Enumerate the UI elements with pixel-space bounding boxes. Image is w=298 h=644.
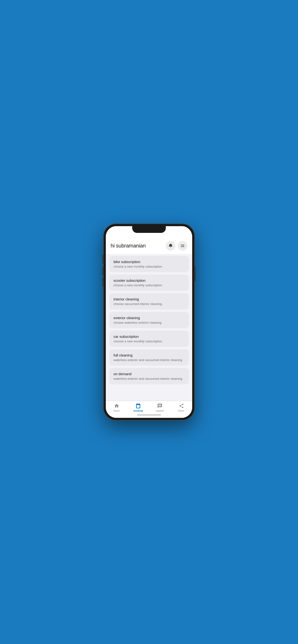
service-title-exterior-cleaning: exterior cleaning xyxy=(113,316,185,320)
phone-screen: hi subramanian xyxy=(106,226,192,418)
services-list[interactable]: bike subscriptionchoose a new monthly su… xyxy=(106,254,192,401)
service-card-exterior-cleaning[interactable]: exterior cleaningchoose waterless exteri… xyxy=(109,312,189,328)
notch xyxy=(132,226,166,233)
service-subtitle-interior-cleaning: choose vacuumed interior cleaning. xyxy=(113,302,185,306)
greeting-text: hi subramanian xyxy=(111,243,146,249)
service-card-interior-cleaning[interactable]: interior cleaningchoose vacuumed interio… xyxy=(109,293,189,310)
hamburger-icon xyxy=(180,244,185,248)
service-title-bike-subscription: bike subscription xyxy=(113,260,185,264)
service-title-interior-cleaning: interior cleaning xyxy=(113,297,185,301)
header: hi subramanian xyxy=(106,237,192,254)
service-title-full-cleaning: full cleaning xyxy=(113,353,185,357)
bottom-nav: home booking sup xyxy=(106,401,192,413)
service-subtitle-scooter-subscription: choose a new monthly subscription xyxy=(113,284,185,287)
service-subtitle-exterior-cleaning: choose waterless exterior cleaning. xyxy=(113,321,185,324)
service-card-scooter-subscription[interactable]: scooter subscriptionchoose a new monthly… xyxy=(109,274,189,291)
nav-booking[interactable]: booking xyxy=(131,403,145,412)
share-nav-label: share` xyxy=(178,410,185,412)
status-bar xyxy=(106,226,192,237)
nav-share[interactable]: share` xyxy=(174,403,189,412)
svg-rect-0 xyxy=(181,244,185,245)
home-bar xyxy=(137,414,161,416)
share-nav-icon xyxy=(179,403,184,409)
service-title-scooter-subscription: scooter subscription xyxy=(113,278,185,282)
service-card-full-cleaning[interactable]: full cleaningwaterless exterior and vacu… xyxy=(109,349,189,366)
booking-nav-icon xyxy=(135,403,141,409)
service-title-car-subscription: car subscription xyxy=(113,334,185,338)
service-title-on-demand: on demand xyxy=(113,372,185,376)
nav-home[interactable]: home xyxy=(109,403,124,412)
home-nav-label: home xyxy=(113,410,119,412)
header-icons xyxy=(166,241,187,250)
support-nav-icon xyxy=(157,403,163,409)
phone-frame: hi subramanian xyxy=(103,224,195,420)
menu-button[interactable] xyxy=(178,241,187,250)
service-card-on-demand[interactable]: on demandwaterless exterior and vacuumed… xyxy=(109,368,189,384)
home-nav-icon xyxy=(114,403,119,409)
bell-icon xyxy=(168,244,173,248)
notification-button[interactable] xyxy=(166,241,175,250)
nav-support[interactable]: support xyxy=(153,403,167,412)
service-subtitle-on-demand: waterless exterior and vacuumed interior… xyxy=(113,377,185,380)
svg-rect-1 xyxy=(181,246,185,246)
support-nav-label: support xyxy=(156,410,164,412)
booking-nav-label: booking xyxy=(134,410,143,412)
svg-rect-2 xyxy=(181,246,185,247)
app-content: hi subramanian xyxy=(106,237,192,418)
service-subtitle-car-subscription: choose a new monthly subscription xyxy=(113,340,185,343)
service-subtitle-bike-subscription: choose a new monthly subscription xyxy=(113,265,185,268)
service-card-bike-subscription[interactable]: bike subscriptionchoose a new monthly su… xyxy=(109,256,189,272)
service-subtitle-full-cleaning: waterless exterior and vacuumed interior… xyxy=(113,358,185,362)
home-indicator xyxy=(106,413,192,418)
service-card-car-subscription[interactable]: car subscriptionchoose a new monthly sub… xyxy=(109,330,189,347)
